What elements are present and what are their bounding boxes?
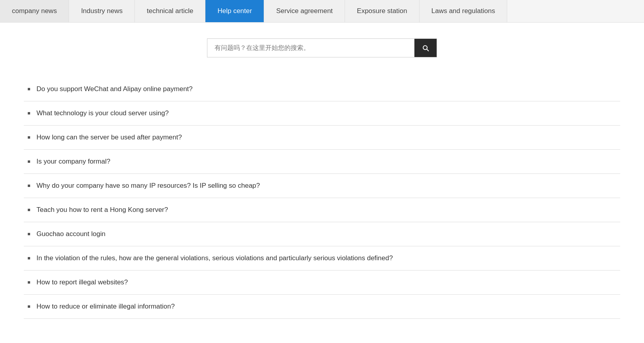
search-wrapper	[207, 38, 437, 57]
faq-item[interactable]: In the violation of the rules, how are t…	[24, 246, 620, 271]
faq-item[interactable]: Do you support WeChat and Alipay online …	[24, 77, 620, 101]
faq-bullet-icon	[28, 209, 30, 211]
faq-item-text: Guochao account login	[36, 230, 105, 238]
faq-item[interactable]: Teach you how to rent a Hong Kong server…	[24, 198, 620, 222]
tab-laws-and-regulations[interactable]: Laws and regulations	[420, 0, 508, 22]
faq-item-text: Is your company formal?	[36, 158, 110, 166]
faq-bullet-icon	[28, 233, 30, 235]
faq-bullet-icon	[28, 88, 30, 90]
search-container	[24, 38, 620, 57]
faq-item-text: How long can the server be used after pa…	[36, 133, 182, 141]
faq-item-text: Teach you how to rent a Hong Kong server…	[36, 206, 168, 214]
tab-industry-news[interactable]: Industry news	[69, 0, 135, 22]
faq-item-text: Why do your company have so many IP reso…	[36, 182, 260, 190]
tab-service-agreement[interactable]: Service agreement	[264, 0, 345, 22]
faq-bullet-icon	[28, 136, 30, 139]
faq-item[interactable]: Guochao account login	[24, 222, 620, 246]
faq-item[interactable]: Is your company formal?	[24, 150, 620, 174]
faq-item-text: How to reduce or eliminate illegal infor…	[36, 303, 175, 311]
faq-item[interactable]: Why do your company have so many IP reso…	[24, 174, 620, 198]
faq-item[interactable]: How long can the server be used after pa…	[24, 126, 620, 150]
faq-item-text: How to report illegal websites?	[36, 278, 128, 286]
faq-bullet-icon	[28, 281, 30, 284]
tab-technical-article[interactable]: technical article	[135, 0, 205, 22]
search-icon	[422, 44, 429, 52]
main-content: Do you support WeChat and Alipay online …	[0, 23, 644, 335]
faq-item-text: Do you support WeChat and Alipay online …	[36, 85, 193, 93]
faq-bullet-icon	[28, 112, 30, 114]
faq-item-text: What technology is your cloud server usi…	[36, 109, 169, 117]
tab-company-news[interactable]: company news	[0, 0, 69, 22]
tab-navigation: company newsIndustry newstechnical artic…	[0, 0, 644, 23]
faq-bullet-icon	[28, 185, 30, 187]
faq-item[interactable]: What technology is your cloud server usi…	[24, 101, 620, 126]
faq-item[interactable]: How to report illegal websites?	[24, 271, 620, 295]
faq-list: Do you support WeChat and Alipay online …	[24, 77, 620, 319]
search-button[interactable]	[414, 39, 437, 57]
tab-exposure-station[interactable]: Exposure station	[345, 0, 420, 22]
faq-bullet-icon	[28, 305, 30, 308]
faq-bullet-icon	[28, 257, 30, 259]
faq-item[interactable]: How to reduce or eliminate illegal infor…	[24, 295, 620, 319]
tab-help-center[interactable]: Help center	[205, 0, 264, 22]
faq-bullet-icon	[28, 160, 30, 163]
faq-item-text: In the violation of the rules, how are t…	[36, 254, 393, 262]
search-input[interactable]	[207, 39, 414, 57]
